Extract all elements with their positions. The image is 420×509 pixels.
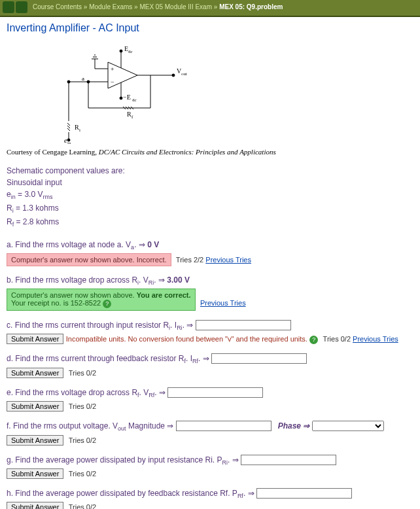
answer-input-c[interactable]	[196, 320, 291, 330]
credit-line: Courtesy of Cengage Learning, DC/AC Circ…	[7, 148, 413, 156]
answer-input-d[interactable]	[211, 353, 307, 364]
svg-text:R: R	[75, 124, 79, 131]
previous-tries-link[interactable]: Previous Tries	[353, 335, 398, 343]
svg-point-12	[172, 74, 175, 77]
feedback-correct: Computer's answer now shown above. You a…	[7, 289, 196, 311]
error-message: Incompatible units. No conversion found …	[66, 335, 307, 343]
svg-text:i: i	[79, 128, 80, 133]
phase-select[interactable]	[312, 421, 384, 431]
svg-line-25	[67, 126, 70, 128]
submit-button-d[interactable]: Submit Answer	[7, 368, 63, 378]
submit-button-h[interactable]: Submit Answer	[7, 502, 63, 509]
submit-button-g[interactable]: Submit Answer	[7, 468, 63, 479]
part-f: f. Find the rms output voltage. Vout Mag…	[7, 421, 413, 445]
schematic-diagram: +− Edc −Edc Vout Rf Ri a ein	[46, 39, 203, 144]
component-values: Schematic component values are: Sinusoid…	[7, 165, 413, 230]
svg-text:f: f	[131, 114, 133, 120]
previous-tries-link[interactable]: Previous Tries	[205, 256, 251, 264]
svg-text:R: R	[127, 111, 131, 118]
top-nav-bar: Course Contents » Module Exams » MEX 05 …	[0, 0, 420, 17]
phase-label: Phase ⇒	[278, 421, 310, 430]
svg-point-8	[120, 50, 122, 52]
submit-button-c[interactable]: Submit Answer	[7, 334, 63, 344]
part-e: e. Find the rms voltage drop across Rf. …	[7, 387, 413, 412]
part-b: b. Find the rms voltage drop across Ri. …	[7, 275, 413, 311]
breadcrumb: Course Contents » Module Exams » MEX 05 …	[33, 3, 283, 10]
svg-text:−E: −E	[123, 94, 131, 101]
svg-text:+: +	[111, 65, 114, 73]
part-c: c. Find the rms current through input re…	[7, 320, 413, 344]
svg-text:dc: dc	[128, 49, 133, 54]
help-icon[interactable]: ?	[309, 336, 318, 344]
svg-line-24	[67, 123, 70, 126]
feedback-incorrect: Computer's answer now shown above. Incor…	[7, 253, 171, 266]
part-a: a. Find the rms voltage at node a. Va. ⇒…	[7, 240, 413, 266]
svg-text:out: out	[181, 71, 187, 77]
page-title: Inverting Amplifier - AC Input	[7, 22, 413, 34]
part-d: d. Find the rms current through feedback…	[7, 353, 413, 377]
help-icon[interactable]: ?	[103, 300, 111, 308]
part-g: g. Find the average power dissipated by …	[7, 455, 413, 479]
nav-back-icon[interactable]	[3, 1, 14, 13]
submit-button-f[interactable]: Submit Answer	[7, 435, 63, 446]
svg-text:−: −	[111, 79, 114, 86]
nav-fwd-icon[interactable]	[16, 1, 27, 13]
submit-button-e[interactable]: Submit Answer	[7, 401, 63, 412]
svg-point-10	[120, 97, 122, 99]
answer-input-g[interactable]	[241, 455, 336, 465]
tries-text: Tries 2/2 Previous Tries	[176, 256, 251, 264]
answer-input-e[interactable]	[167, 387, 263, 398]
previous-tries-link[interactable]: Previous Tries	[200, 299, 246, 307]
svg-line-26	[67, 128, 70, 131]
answer-input-h[interactable]	[256, 488, 352, 499]
svg-text:dc: dc	[132, 97, 137, 103]
svg-text:a: a	[82, 75, 84, 82]
answer-input-f-mag[interactable]	[176, 421, 271, 431]
svg-text:in: in	[67, 141, 71, 144]
part-h: h. Find the average power dissipated by …	[7, 488, 413, 509]
